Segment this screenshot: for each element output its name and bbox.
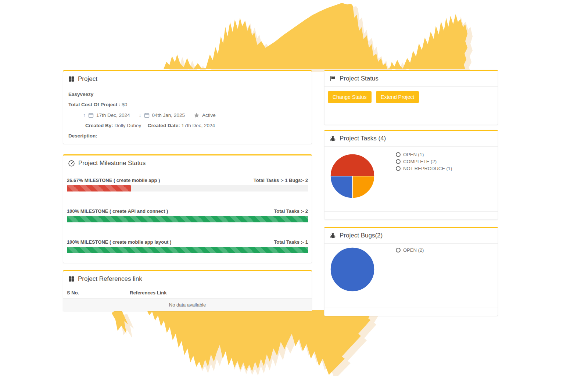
milestone-card: Project Milestone Status 26.67% MILESTON… xyxy=(63,154,312,263)
project-bugs-card-header: Project Bugs(2) xyxy=(325,228,498,244)
legend-marker-circle-icon xyxy=(396,248,401,253)
milestone-row: 26.67% MILESTONE ( create mobile app ) T… xyxy=(67,178,308,191)
project-tasks-card: Project Tasks (4) OPEN (1) COMPLETE (2) … xyxy=(324,130,498,220)
milestone-card-title: Project Milestone Status xyxy=(78,160,146,167)
extend-project-button[interactable]: Extend Project xyxy=(376,91,419,103)
table-empty-row: No data available xyxy=(63,299,312,311)
created-date-label: Created Date: xyxy=(148,123,180,128)
legend-marker-circle-icon xyxy=(396,166,401,171)
project-card-header: Project xyxy=(63,71,312,87)
bugs-pie-chart xyxy=(330,247,375,292)
end-date: 04th Jan, 2025 xyxy=(152,112,185,118)
legend-item: NOT REPRODUCE (1) xyxy=(396,165,452,172)
legend-item: OPEN (1) xyxy=(396,151,452,158)
grid-icon xyxy=(68,76,74,82)
top-paint-splash xyxy=(154,0,474,72)
bug-icon xyxy=(330,136,336,142)
references-card: Project References link S No. References… xyxy=(63,270,312,311)
milestone-progress-track xyxy=(67,185,308,191)
project-bugs-card: Project Bugs(2) OPEN (2) xyxy=(324,227,498,316)
milestone-progress-bar xyxy=(67,247,308,253)
no-data-text: No data available xyxy=(63,299,312,311)
bugs-legend: OPEN (2) xyxy=(396,247,424,254)
created-by-value: Dolly Dubey xyxy=(115,123,141,128)
project-created: Created By: Dolly Dubey Created Date: 17… xyxy=(68,123,306,128)
start-date: 17th Dec, 2024 xyxy=(96,112,130,118)
flag-icon xyxy=(330,76,336,82)
legend-label: COMPLETE (2) xyxy=(403,158,437,165)
tasks-pie-chart xyxy=(330,153,375,199)
page-background: Project Easyveezy Total Cost Of Project … xyxy=(0,0,588,376)
arrow-up-icon: ↑ xyxy=(83,112,86,118)
project-status-text: Active xyxy=(202,112,216,118)
project-tasks-card-title: Project Tasks (4) xyxy=(340,135,386,142)
bug-icon xyxy=(330,233,336,239)
bugs-card-footer xyxy=(325,308,498,316)
bottom-paint-splash xyxy=(107,308,379,376)
tasks-card-footer xyxy=(325,211,498,219)
total-cost-label: Total Cost Of Project : xyxy=(68,102,121,107)
milestone-progress-track xyxy=(67,247,308,253)
legend-marker-circle-icon xyxy=(396,152,401,157)
project-name: Easyveezy xyxy=(68,92,306,97)
milestone-progress-bar xyxy=(67,216,308,222)
project-status-card-title: Project Status xyxy=(340,75,379,82)
milestone-progress-track xyxy=(67,216,308,222)
milestone-progress-bar xyxy=(67,185,131,191)
created-by-label: Created By: xyxy=(85,123,113,128)
column-header-sno: S No. xyxy=(63,287,126,299)
legend-label: NOT REPRODUCE (1) xyxy=(403,165,452,172)
legend-item: COMPLETE (2) xyxy=(396,158,452,165)
speedometer-icon xyxy=(68,160,75,166)
column-header-link: References Link xyxy=(126,287,312,299)
milestone-totals: Total Tasks :- 1 Bugs:- 2 xyxy=(254,178,308,183)
calendar-icon xyxy=(88,112,94,118)
project-status-card: Project Status Change Status Extend Proj… xyxy=(324,70,498,125)
project-card-title: Project xyxy=(78,75,97,83)
references-card-header: Project References link xyxy=(63,271,312,287)
project-card: Project Easyveezy Total Cost Of Project … xyxy=(63,70,312,144)
project-dates: ↑ 17th Dec, 2024 ↓ 04th Jan, 2025 Active xyxy=(68,112,306,118)
milestone-totals: Total Tasks :- 1 xyxy=(274,239,308,245)
tasks-legend: OPEN (1) COMPLETE (2) NOT REPRODUCE (1) xyxy=(396,151,452,172)
milestone-row: 100% MILESTONE ( create mobile app layou… xyxy=(67,239,308,253)
milestone-card-header: Project Milestone Status xyxy=(63,155,312,171)
legend-label: OPEN (1) xyxy=(403,151,424,158)
legend-item: OPEN (2) xyxy=(396,247,424,254)
legend-label: OPEN (2) xyxy=(403,247,424,254)
star-icon xyxy=(194,112,200,118)
description-label: Description: xyxy=(68,133,306,139)
grid-icon xyxy=(68,276,74,282)
created-date-value: 17th Dec, 2024 xyxy=(181,123,215,128)
total-cost-value: $0 xyxy=(122,102,127,107)
references-card-title: Project References link xyxy=(78,275,142,283)
legend-marker-circle-icon xyxy=(396,159,401,164)
arrow-down-icon: ↓ xyxy=(139,112,141,118)
milestone-label: 100% MILESTONE ( create mobile app layou… xyxy=(67,239,171,245)
project-status-card-header: Project Status xyxy=(325,71,498,87)
change-status-button[interactable]: Change Status xyxy=(328,91,372,103)
calendar-icon xyxy=(144,112,150,118)
project-bugs-card-title: Project Bugs(2) xyxy=(340,232,383,239)
milestone-row: 100% MILESTONE ( create API and connect … xyxy=(67,208,308,222)
project-tasks-card-header: Project Tasks (4) xyxy=(325,131,498,147)
project-total-cost: Total Cost Of Project : $0 xyxy=(68,102,306,107)
milestone-label: 26.67% MILESTONE ( create mobile app ) xyxy=(67,178,160,183)
references-table: S No. References Link No data available xyxy=(63,287,312,311)
milestone-totals: Total Tasks :- 2 xyxy=(274,208,308,214)
milestone-label: 100% MILESTONE ( create API and connect … xyxy=(67,208,168,214)
